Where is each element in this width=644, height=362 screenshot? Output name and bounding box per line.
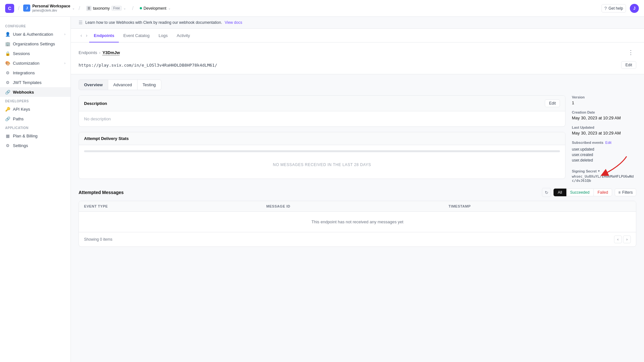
topbar: C / J Personal Workspace james@clerk.dev…: [0, 0, 644, 17]
description-text: No description: [84, 116, 111, 121]
endpoint-url: https://play.svix.com/in/e_LOSl3v4RaHHDL…: [79, 63, 217, 68]
pagination: ‹ ›: [614, 236, 631, 243]
clerk-logo[interactable]: C: [5, 4, 14, 13]
application-section-label: APPLICATION: [0, 124, 71, 131]
main-column: Description Edit No description Attempt …: [79, 95, 565, 183]
jwt-templates-icon: ⚙: [5, 80, 10, 85]
workspace-chevron-icon: ⌄: [72, 6, 75, 10]
sidebar-item-api-keys[interactable]: 🔑 API Keys: [0, 104, 71, 114]
integrations-icon: ⚙: [5, 70, 10, 75]
user-avatar[interactable]: J: [630, 4, 639, 13]
subscribed-events-label: Subscribed events: [572, 141, 603, 144]
subscribed-events-edit-button[interactable]: Edit: [605, 141, 611, 144]
version-label: Version: [572, 95, 636, 99]
developers-section-label: DEVELOPERS: [0, 97, 71, 104]
sidebar-item-org-settings[interactable]: 🏢 Organizations Settings: [0, 39, 71, 49]
creation-date-label: Creation Date: [572, 110, 636, 114]
msg-tab-all[interactable]: All: [554, 189, 566, 196]
taxonomy-chevron-icon: ⌄: [123, 6, 126, 10]
sidebar-item-customization[interactable]: 🎨 Customization ›: [0, 58, 71, 68]
workspace-icon: J: [23, 5, 30, 12]
attempted-messages-header: Attempted Messages ↻ All Succeeded Fail: [79, 188, 636, 197]
info-banner: ☰ Learn how to use Webhooks with Clerk b…: [71, 17, 644, 29]
sidebar-item-jwt-templates[interactable]: ⚙ JWT Templates: [0, 78, 71, 87]
help-icon: ?: [604, 6, 607, 11]
signing-secret-toggle-button[interactable]: ▾: [598, 169, 600, 173]
sidebar-item-settings[interactable]: ⚙ Settings: [0, 141, 71, 150]
col-event-type: EVENT TYPE: [84, 204, 266, 208]
sidebar-item-plan-billing[interactable]: ▦ Plan & Billing: [0, 131, 71, 141]
endpoint-edit-button[interactable]: Edit: [621, 61, 636, 69]
messages-table: EVENT TYPE MESSAGE ID TIMESTAMP This end…: [79, 201, 636, 247]
breadcrumb-parent[interactable]: Endpoints: [79, 50, 97, 55]
sidebar-item-sessions[interactable]: 🔒 Sessions: [0, 49, 71, 58]
description-card-header: Description Edit: [79, 96, 565, 111]
tab-activity[interactable]: Activity: [172, 29, 194, 42]
creation-date-value: May 30, 2023 at 10:29 AM: [572, 116, 636, 120]
org-settings-icon: 🏢: [5, 41, 10, 46]
delivery-stats-body: NO MESSAGES RECEIVED IN THE LAST 28 DAYS: [79, 145, 565, 179]
sub-tab-overview[interactable]: Overview: [79, 79, 108, 90]
col-timestamp: TIMESTAMP: [449, 204, 631, 208]
customization-chevron-icon: ›: [64, 61, 65, 65]
sep3: /: [132, 5, 133, 11]
table-empty-message: This endpoint has not received any messa…: [79, 212, 636, 232]
taxonomy-selector[interactable]: ☰ taxonomy Free ⌄: [84, 5, 128, 12]
taxonomy-icon: ☰: [86, 6, 91, 11]
more-options-button[interactable]: ⋮: [625, 48, 636, 57]
webhooks-icon: 🔗: [5, 89, 10, 95]
stats-bar: [84, 150, 560, 152]
sidebar-item-paths[interactable]: 🔗 Paths: [0, 114, 71, 124]
tab-prev-button[interactable]: ‹: [79, 29, 84, 42]
sidebar-item-integrations[interactable]: ⚙ Integrations: [0, 68, 71, 78]
view-docs-link[interactable]: View docs: [225, 20, 242, 25]
attempted-messages-controls: ↻ All Succeeded Failed ≡: [542, 188, 636, 197]
main-content: ☰ Learn how to use Webhooks with Clerk b…: [71, 17, 644, 362]
tabs-bar: ‹ › Endpoints Event Catalog Logs Activit…: [71, 29, 644, 42]
help-button[interactable]: ? Get help: [601, 4, 626, 13]
next-page-button[interactable]: ›: [623, 236, 631, 243]
sep1: /: [18, 5, 19, 11]
prev-page-button[interactable]: ‹: [614, 236, 622, 243]
two-col-layout: Description Edit No description Attempt …: [71, 90, 644, 188]
env-chevron-icon: ⌄: [168, 6, 171, 10]
attempted-messages-title: Attempted Messages: [79, 190, 124, 195]
signing-secret-label: Signing Secret: [572, 169, 597, 173]
breadcrumb-current: Y3DmJw: [102, 50, 120, 55]
user-auth-chevron-icon: ›: [64, 32, 65, 36]
sessions-icon: 🔒: [5, 51, 10, 56]
endpoint-header: Endpoints › Y3DmJw ⋮: [71, 42, 644, 61]
msg-tab-failed[interactable]: Failed: [594, 189, 612, 196]
customization-icon: 🎨: [5, 60, 10, 66]
workspace-selector[interactable]: J Personal Workspace james@clerk.dev ⌄: [23, 4, 75, 12]
description-edit-button[interactable]: Edit: [545, 99, 560, 107]
delivery-stats-header: Attempt Delivery Stats: [79, 132, 565, 145]
attempted-messages-section: Attempted Messages ↻ All Succeeded Fail: [71, 188, 644, 252]
environment-selector[interactable]: Development ⌄: [137, 5, 173, 12]
sub-tab-advanced[interactable]: Advanced: [108, 79, 137, 90]
msg-tabs: All Succeeded Failed: [554, 189, 612, 196]
refresh-button[interactable]: ↻: [542, 188, 551, 197]
topbar-right: ? Get help J: [601, 4, 639, 13]
no-messages-text: NO MESSAGES RECEIVED IN THE LAST 28 DAYS: [84, 156, 560, 173]
tab-endpoints[interactable]: Endpoints: [89, 29, 119, 42]
showing-count: Showing 0 items ‹ ›: [79, 232, 636, 246]
sidebar: CONFIGURE 👤 User & Authentication › 🏢 Or…: [0, 17, 71, 362]
filters-button[interactable]: ≡ Filters: [615, 189, 636, 196]
sidebar-item-webhooks[interactable]: 🔗 Webhooks: [0, 87, 71, 97]
api-keys-icon: 🔑: [5, 107, 10, 112]
msg-tab-succeeded[interactable]: Succeeded: [566, 189, 594, 196]
sub-tabs: Overview Advanced Testing: [71, 74, 644, 90]
signing-secret-value: whsec_Uu0XuYL/EH0eMaHFLPU6wNdc/dvJ61Qb: [572, 174, 636, 183]
tab-event-catalog[interactable]: Event Catalog: [119, 29, 154, 42]
tab-next-button[interactable]: ›: [84, 29, 90, 42]
settings-icon: ⚙: [5, 143, 10, 148]
tab-logs[interactable]: Logs: [154, 29, 172, 42]
info-icon: ☰: [79, 20, 83, 25]
delivery-stats-card: Attempt Delivery Stats NO MESSAGES RECEI…: [79, 132, 565, 179]
breadcrumb-separator: ›: [99, 50, 100, 55]
version-value: 1: [572, 100, 636, 105]
side-column: Version 1 Creation Date May 30, 2023 at …: [572, 95, 636, 183]
sub-tab-testing[interactable]: Testing: [137, 79, 161, 90]
sidebar-item-user-auth[interactable]: 👤 User & Authentication ›: [0, 29, 71, 39]
